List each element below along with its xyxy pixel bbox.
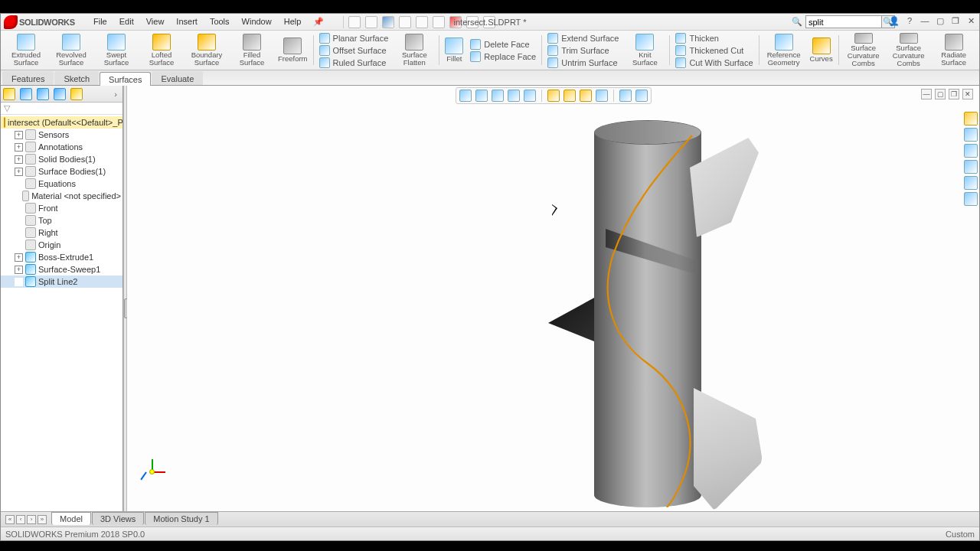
- tree-equations[interactable]: Equations: [1, 178, 122, 190]
- tab-surfaces[interactable]: Surfaces: [100, 72, 151, 86]
- cmd-trim-surface[interactable]: Trim Surface: [544, 45, 622, 56]
- render-tool-icon[interactable]: [635, 90, 648, 102]
- tree-front-plane[interactable]: Front: [1, 202, 122, 214]
- tree-sensors[interactable]: +Sensors: [1, 129, 122, 141]
- tab-features[interactable]: Features: [2, 71, 54, 85]
- btab-prev-icon[interactable]: ‹: [16, 515, 25, 524]
- btab-last-icon[interactable]: »: [38, 515, 47, 524]
- menu-tools[interactable]: Tools: [204, 15, 235, 28]
- cmd-revolved-surface[interactable]: Revolved Surface: [49, 32, 93, 68]
- fm-tab-display-icon[interactable]: [70, 88, 83, 100]
- cmd-freeform[interactable]: Freeform: [275, 32, 311, 68]
- menu-edit[interactable]: Edit: [114, 15, 139, 28]
- cmd-curvature-combs-1[interactable]: Surface Curvature Combs: [841, 32, 886, 68]
- doc-close-icon[interactable]: ✕: [962, 89, 973, 99]
- apply-scene-icon[interactable]: [596, 90, 608, 102]
- restore-icon[interactable]: ❐: [950, 16, 961, 27]
- cmd-offset-surface[interactable]: Offset Surface: [316, 45, 392, 56]
- fm-tab-dim-icon[interactable]: [54, 88, 66, 100]
- tab-sketch[interactable]: Sketch: [54, 71, 99, 85]
- display-style-icon[interactable]: [547, 90, 560, 102]
- cmd-knit-surface[interactable]: Knit Surface: [622, 32, 667, 68]
- task-view-palette-icon[interactable]: [964, 160, 978, 174]
- btab-motion-study[interactable]: Motion Study 1: [145, 512, 217, 525]
- fm-tab-config-icon[interactable]: [37, 88, 49, 100]
- cmd-delete-face[interactable]: Delete Face: [467, 39, 539, 50]
- menu-insert[interactable]: Insert: [171, 15, 203, 28]
- qat-undo-icon[interactable]: [416, 16, 428, 28]
- zoom-fit-icon[interactable]: [459, 90, 472, 102]
- cmd-swept-surface[interactable]: Swept Surface: [94, 32, 139, 68]
- cmd-boundary-surface[interactable]: Boundary Surface: [185, 32, 229, 68]
- tree-root[interactable]: intersect (Default<<Default>_PhotoWor: [1, 116, 122, 129]
- btab-first-icon[interactable]: «: [5, 515, 15, 524]
- feature-tree[interactable]: intersect (Default<<Default>_PhotoWor +S…: [1, 115, 122, 511]
- cmd-ruled-surface[interactable]: Ruled Surface: [316, 57, 392, 68]
- hide-show-icon[interactable]: [564, 90, 576, 102]
- cmd-filled-surface[interactable]: Filled Surface: [230, 32, 274, 68]
- close-icon[interactable]: ✕: [965, 16, 976, 27]
- btab-3d-views[interactable]: 3D Views: [92, 512, 144, 525]
- cmd-replace-face[interactable]: Replace Face: [467, 51, 539, 62]
- fm-tab-tree-icon[interactable]: [3, 88, 15, 100]
- fm-tab-property-icon[interactable]: [20, 88, 32, 100]
- task-resources-icon[interactable]: [964, 112, 978, 126]
- task-custom-props-icon[interactable]: [964, 192, 978, 206]
- tree-material[interactable]: Material <not specified>: [1, 190, 122, 202]
- cmd-fillet[interactable]: Fillet: [442, 32, 466, 68]
- task-design-library-icon[interactable]: [964, 128, 978, 142]
- tree-split-line[interactable]: Split Line2: [1, 276, 122, 288]
- tree-right-plane[interactable]: Right: [1, 227, 122, 239]
- qat-print-icon[interactable]: [399, 16, 411, 28]
- previous-view-icon[interactable]: [492, 90, 504, 102]
- cmd-cut-with-surface[interactable]: Cut With Surface: [672, 57, 756, 68]
- model-geometry[interactable]: [441, 120, 763, 511]
- qat-new-icon[interactable]: [348, 16, 361, 28]
- menu-pin-icon[interactable]: 📌: [308, 15, 329, 28]
- minimize-icon[interactable]: —: [920, 16, 930, 27]
- cmd-lofted-surface[interactable]: Lofted Surface: [139, 32, 184, 68]
- cmd-extruded-surface[interactable]: Extruded Surface: [4, 32, 48, 68]
- qat-select-icon[interactable]: [433, 16, 445, 28]
- task-appearances-icon[interactable]: [964, 176, 978, 190]
- tree-origin[interactable]: Origin: [1, 239, 122, 251]
- btab-next-icon[interactable]: ›: [27, 515, 36, 524]
- help-icon[interactable]: ?: [904, 16, 915, 27]
- cmd-planar-surface[interactable]: Planar Surface: [316, 33, 392, 44]
- zoom-area-icon[interactable]: [475, 90, 488, 102]
- tree-solid-bodies[interactable]: +Solid Bodies(1): [1, 153, 122, 165]
- fm-tabs-overflow-icon[interactable]: ›: [111, 90, 120, 99]
- section-view-icon[interactable]: [508, 90, 520, 102]
- edit-appearance-icon[interactable]: [580, 90, 592, 102]
- tree-annotations[interactable]: +Annotations: [1, 141, 122, 153]
- qat-open-icon[interactable]: [365, 16, 377, 28]
- task-file-explorer-icon[interactable]: [964, 144, 978, 158]
- tree-surface-sweep[interactable]: +Surface-Sweep1: [1, 263, 122, 276]
- cmd-curvature-combs-2[interactable]: Surface Curvature Combs: [887, 32, 931, 68]
- tab-evaluate[interactable]: Evaluate: [152, 71, 203, 85]
- user-icon[interactable]: 👤: [889, 16, 900, 27]
- filter-icon[interactable]: ▽: [4, 103, 10, 113]
- doc-min-icon[interactable]: —: [921, 89, 932, 99]
- menu-window[interactable]: Window: [237, 15, 277, 28]
- cmd-curves[interactable]: Curves: [807, 32, 836, 68]
- view-orientation-icon[interactable]: [524, 90, 536, 102]
- cmd-surface-flatten[interactable]: Surface Flatten: [392, 32, 436, 68]
- cmd-thickened-cut[interactable]: Thickened Cut: [672, 45, 756, 56]
- status-units[interactable]: Custom: [946, 530, 975, 539]
- btab-model[interactable]: Model: [51, 512, 91, 525]
- tree-top-plane[interactable]: Top: [1, 214, 122, 227]
- orientation-triad[interactable]: [142, 459, 164, 481]
- menu-help[interactable]: Help: [279, 15, 307, 28]
- maximize-icon[interactable]: ▢: [935, 16, 946, 27]
- cmd-reference-geometry[interactable]: Reference Geometry: [762, 32, 806, 68]
- menu-view[interactable]: View: [141, 15, 170, 28]
- view-settings-icon[interactable]: [619, 90, 632, 102]
- cmd-extend-surface[interactable]: Extend Surface: [544, 33, 622, 44]
- doc-max-icon[interactable]: ▢: [935, 89, 946, 99]
- graphics-viewport[interactable]: — ▢ ❐ ✕: [127, 86, 979, 511]
- cmd-thicken[interactable]: Thicken: [672, 33, 756, 44]
- cmd-untrim-surface[interactable]: Untrim Surface: [544, 57, 622, 68]
- cmd-radiate-surface[interactable]: Radiate Surface: [932, 32, 976, 68]
- menu-file[interactable]: File: [88, 15, 113, 28]
